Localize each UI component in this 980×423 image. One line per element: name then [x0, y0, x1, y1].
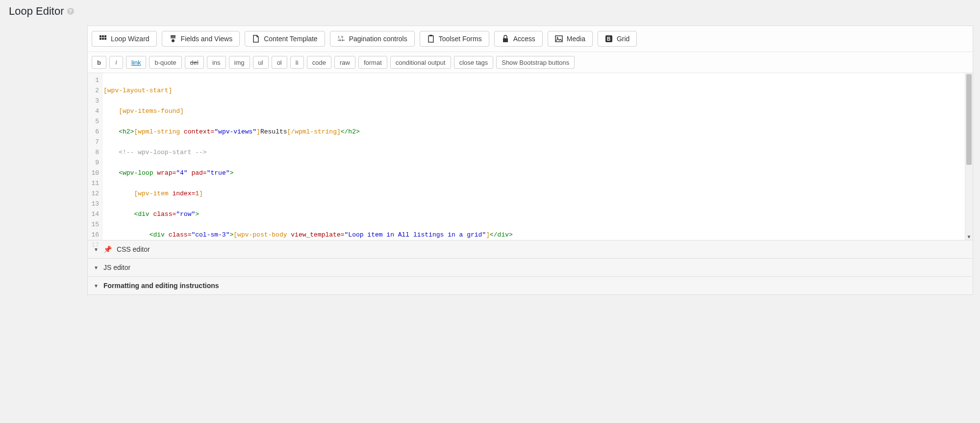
editor-panel: Loop Wizard Fields and Views Content Tem…	[87, 26, 973, 295]
qt-close-tags[interactable]: close tags	[454, 56, 494, 69]
code-editor[interactable]: 1234 5678 9101112 13141516 17 [wpv-layou…	[88, 73, 973, 240]
svg-rect-14	[555, 36, 562, 42]
svg-rect-7	[171, 37, 176, 38]
svg-text:1: 1	[338, 35, 340, 39]
qt-italic[interactable]: i	[109, 56, 123, 69]
svg-rect-6	[171, 35, 176, 37]
content-template-button[interactable]: Content Template	[245, 31, 325, 47]
lock-icon	[502, 35, 509, 43]
fields-views-button[interactable]: Fields and Views	[162, 31, 240, 47]
svg-rect-1	[102, 35, 104, 37]
page-title-text: Loop Editor	[9, 5, 64, 18]
svg-rect-11	[428, 36, 433, 42]
qt-ul[interactable]: ul	[253, 56, 269, 69]
formatting-label: Formatting and editing instructions	[103, 282, 219, 290]
grid-icon	[99, 35, 107, 43]
js-editor-accordion[interactable]: ▼ JS editor	[88, 258, 973, 276]
css-editor-label: CSS editor	[117, 245, 150, 253]
svg-point-8	[172, 39, 175, 42]
media-button[interactable]: Media	[548, 31, 593, 47]
qt-raw[interactable]: raw	[334, 56, 355, 69]
toolset-forms-button[interactable]: Toolset Forms	[420, 31, 489, 47]
image-icon	[555, 35, 563, 43]
pagination-icon: 19	[337, 35, 345, 43]
page-icon	[252, 35, 260, 43]
qt-bquote[interactable]: b-quote	[149, 56, 181, 69]
grid-button[interactable]: B Grid	[598, 31, 637, 47]
loop-wizard-button[interactable]: Loop Wizard	[92, 31, 157, 47]
js-editor-label: JS editor	[103, 264, 130, 271]
qt-img[interactable]: img	[229, 56, 250, 69]
qt-conditional[interactable]: conditional output	[390, 56, 451, 69]
quicktags-toolbar: b i link b-quote del ins img ul ol li co…	[88, 52, 973, 73]
svg-rect-2	[104, 35, 106, 37]
help-icon[interactable]: ?	[67, 8, 74, 15]
views-icon	[169, 35, 177, 43]
qt-format[interactable]: format	[358, 56, 387, 69]
pagination-button[interactable]: 19 Pagination controls	[330, 31, 415, 47]
chevron-down-icon: ▼	[94, 265, 99, 270]
svg-rect-5	[104, 38, 106, 40]
clipboard-icon	[427, 35, 435, 43]
css-editor-accordion[interactable]: ▼ 📌 CSS editor	[88, 240, 973, 258]
qt-bold[interactable]: b	[92, 56, 106, 69]
scrollbar[interactable]: ▲ ▼	[965, 73, 973, 240]
svg-rect-12	[429, 35, 432, 36]
svg-rect-3	[100, 38, 101, 40]
line-gutter: 1234 5678 9101112 13141516 17	[88, 73, 102, 240]
svg-text:B: B	[607, 36, 610, 42]
qt-link[interactable]: link	[126, 56, 147, 69]
code-area[interactable]: [wpv-layout-start] [wpv-items-found] <h2…	[102, 73, 965, 240]
qt-li[interactable]: li	[290, 56, 304, 69]
svg-rect-0	[100, 35, 101, 37]
page-title: Loop Editor ?	[9, 5, 980, 18]
qt-del[interactable]: del	[185, 56, 204, 69]
insert-toolbar: Loop Wizard Fields and Views Content Tem…	[88, 26, 973, 52]
qt-ol[interactable]: ol	[272, 56, 287, 69]
scroll-down-icon[interactable]: ▼	[965, 234, 973, 239]
pin-icon: 📌	[103, 245, 112, 253]
access-button[interactable]: Access	[494, 31, 543, 47]
formatting-accordion[interactable]: ▼ Formatting and editing instructions	[88, 276, 973, 294]
svg-rect-13	[503, 38, 508, 42]
qt-code[interactable]: code	[307, 56, 331, 69]
chevron-down-icon: ▼	[94, 283, 99, 289]
svg-rect-4	[102, 38, 104, 40]
qt-bootstrap[interactable]: Show Bootstrap buttons	[496, 56, 575, 69]
scroll-thumb[interactable]	[966, 74, 972, 165]
qt-ins[interactable]: ins	[207, 56, 226, 69]
svg-text:9: 9	[341, 35, 343, 39]
bootstrap-icon: B	[605, 35, 613, 43]
